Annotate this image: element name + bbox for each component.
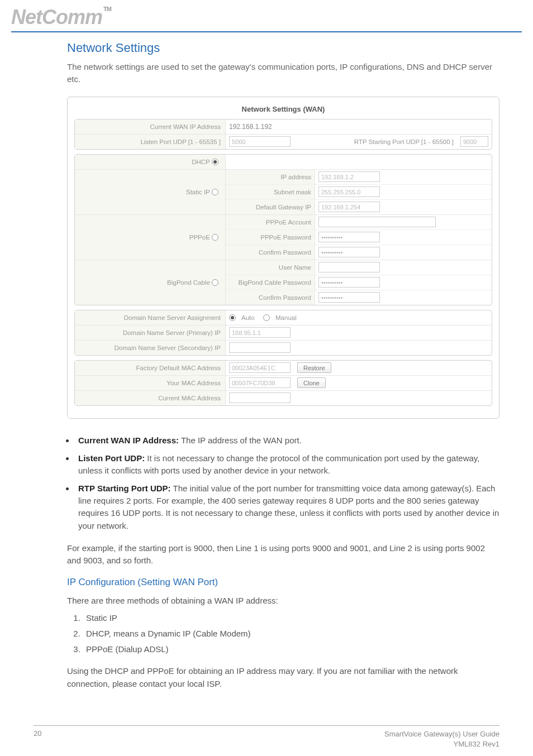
rtp-port-label: RTP Starting Port UDP [1 - 65500 ] xyxy=(354,138,457,145)
footer-rev: YML832 Rev1 xyxy=(454,740,499,748)
tail-paragraph: Using the DHCP and PPPoE for obtaining a… xyxy=(67,665,499,690)
bigpond-radio[interactable] xyxy=(212,279,218,286)
pppoe-label: PPPoE xyxy=(189,234,210,241)
pppoe-account-input[interactable] xyxy=(318,217,436,227)
static-ip-label: Static IP xyxy=(186,189,210,195)
username-input[interactable] xyxy=(318,262,380,272)
page-number: 20 xyxy=(34,729,41,749)
method-static-ip: Static IP xyxy=(83,611,499,625)
rtp-port-input[interactable] xyxy=(460,136,488,147)
methods-intro: There are three methods of obtaining a W… xyxy=(67,595,499,607)
dns-group: Domain Name Server Assignment Auto Manua… xyxy=(74,310,492,356)
username-label: User Name xyxy=(226,260,315,275)
dns-auto-radio[interactable] xyxy=(229,314,236,321)
dns-manual-label: Manual xyxy=(275,314,297,321)
current-mac-label: Current MAC Address xyxy=(75,391,226,405)
intro-text: The network settings are used to set the… xyxy=(67,61,499,85)
your-mac-input[interactable] xyxy=(229,377,291,388)
bullet-list: Current WAN IP Address: The IP address o… xyxy=(75,434,499,532)
ip-address-input[interactable] xyxy=(318,171,380,182)
pppoe-password-label: PPPoE Password xyxy=(226,230,315,245)
current-wan-ip-value: 192.168.1.192 xyxy=(229,123,272,131)
ip-config-group: DHCP Static IP IP address Subnet mas xyxy=(74,154,492,305)
static-ip-radio[interactable] xyxy=(212,189,218,195)
section-title: Network Settings xyxy=(67,41,499,55)
dhcp-radio[interactable] xyxy=(212,159,218,165)
pppoe-radio[interactable] xyxy=(212,234,218,241)
ip-config-title: IP Configuration (Setting WAN Port) xyxy=(67,577,499,588)
footer-guide: SmartVoice Gateway(s) User Guide xyxy=(384,730,499,738)
current-wan-ip-label: Current WAN IP Address xyxy=(75,119,226,134)
dns-auto-label: Auto xyxy=(241,314,255,321)
current-mac-input[interactable] xyxy=(229,393,291,403)
clone-button[interactable]: Clone xyxy=(297,377,326,388)
restore-button[interactable]: Restore xyxy=(297,362,331,373)
methods-list: Static IP DHCP, means a Dynamic IP (Cabl… xyxy=(83,611,499,656)
method-dhcp: DHCP, means a Dynamic IP (Cable Modem) xyxy=(83,627,499,640)
bigpond-password-label: BigPond Cable Password xyxy=(226,275,315,290)
page-footer: 20 SmartVoice Gateway(s) User Guide YML8… xyxy=(0,725,533,749)
bigpond-label: BigPond Cable xyxy=(167,279,210,286)
mac-group: Factory Default MAC Address Restore Your… xyxy=(74,360,492,406)
bullet-listen-port: Listen Port UDP: It is not necessary to … xyxy=(75,452,499,477)
bigpond-confirm-input[interactable] xyxy=(318,292,380,303)
wan-ports-group: Current WAN IP Address 192.168.1.192 Lis… xyxy=(74,119,492,150)
network-settings-box: Network Settings (WAN) Current WAN IP Ad… xyxy=(67,97,499,419)
ip-address-label: IP address xyxy=(226,170,315,184)
subnet-mask-label: Subnet mask xyxy=(226,185,315,199)
pppoe-confirm-input[interactable] xyxy=(318,247,380,257)
dns-secondary-label: Domain Name Server (Secondary) IP xyxy=(75,341,226,355)
dhcp-label: DHCP xyxy=(192,159,210,165)
bigpond-password-input[interactable] xyxy=(318,277,380,288)
bullet-current-wan: Current WAN IP Address: The IP address o… xyxy=(75,434,499,447)
footer-rule xyxy=(34,725,499,726)
method-pppoe: PPPoE (Dialup ADSL) xyxy=(83,643,499,656)
factory-mac-input[interactable] xyxy=(229,362,291,373)
pppoe-account-label: PPPoE Account xyxy=(226,215,315,229)
dns-primary-input[interactable] xyxy=(229,327,291,338)
box-title: Network Settings (WAN) xyxy=(74,103,492,119)
dns-assignment-label: Domain Name Server Assignment xyxy=(75,310,226,325)
dns-secondary-input[interactable] xyxy=(229,342,291,353)
listen-port-input[interactable] xyxy=(229,136,291,147)
logo-tm: TM xyxy=(103,6,111,12)
subnet-mask-input[interactable] xyxy=(318,186,380,197)
bigpond-confirm-label: Confirm Password xyxy=(226,290,315,305)
factory-mac-label: Factory Default MAC Address xyxy=(75,361,226,375)
bullet-rtp-port: RTP Starting Port UDP: The initial value… xyxy=(75,482,499,532)
dns-primary-label: Domain Name Server (Primary) IP xyxy=(75,326,226,340)
example-paragraph: For example, if the starting port is 900… xyxy=(67,542,499,567)
logo-text: NetComm xyxy=(11,6,102,28)
default-gateway-label: Default Gateway IP xyxy=(226,200,315,214)
your-mac-label: Your MAC Address xyxy=(75,376,226,390)
listen-port-label: Listen Port UDP [1 - 65535 ] xyxy=(75,135,226,149)
logo: NetCommTM xyxy=(11,6,111,29)
dns-manual-radio[interactable] xyxy=(263,314,270,321)
default-gateway-input[interactable] xyxy=(318,202,380,212)
pppoe-password-input[interactable] xyxy=(318,232,380,242)
pppoe-confirm-label: Confirm Password xyxy=(226,245,315,260)
